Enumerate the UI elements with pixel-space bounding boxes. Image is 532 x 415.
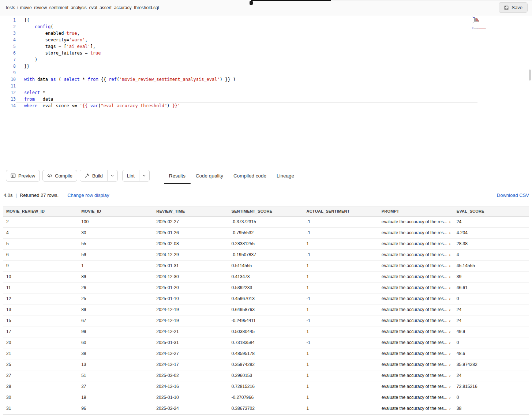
cell-prompt[interactable]: evaluate the accuracy of the res...› [379,238,454,249]
cell-eval-score: 38 [454,403,529,414]
cell-prompt[interactable]: evaluate the accuracy of the res...› [379,337,454,348]
chevron-down-icon [110,174,114,177]
code-line[interactable]: 14where eval_score <= '{{ var("eval_accu… [0,102,532,109]
cell-prompt[interactable]: evaluate the accuracy of the res...› [379,249,454,260]
download-csv-link[interactable]: Download CSV [497,192,529,198]
editor-scrollbar[interactable] [529,70,531,81]
cell-sentiment-score: 0.35974282 [228,359,303,370]
expand-chevron-icon: › [449,285,451,290]
cell-prompt[interactable]: evaluate the accuracy of the res...› [379,282,454,293]
cell-movie-id: 100 [78,216,153,227]
tab-results[interactable]: Results [164,167,191,184]
cell-eval-score: 72.815216 [454,381,529,392]
save-button[interactable]: Save [499,2,528,13]
cell-actual-sentiment: 1 [304,403,379,414]
expand-chevron-icon: › [449,406,451,411]
compile-label: Compile [55,173,72,179]
lint-button[interactable]: Lint [123,170,139,181]
cell-actual-sentiment: 1 [304,359,379,370]
tab-code-quality[interactable]: Code quality [191,167,228,184]
line-number: 4 [0,37,16,43]
cell-prompt[interactable]: evaluate the accuracy of the res...› [379,304,454,315]
cell-sentiment-score: 0.413473 [228,271,303,282]
column-header-movie-id: MOVIE_ID [78,206,153,216]
breadcrumb-folder[interactable]: tests [6,5,15,10]
code-text: {{ [16,17,29,23]
lint-dropdown-button[interactable] [139,170,149,181]
chevron-down-icon [142,174,146,177]
code-line[interactable]: 9 [0,70,532,76]
expand-chevron-icon: › [449,274,451,279]
cell-movie-review-id: 12 [3,293,78,304]
cell-prompt[interactable]: evaluate the accuracy of the res...› [379,315,454,326]
cell-review-time: 2025-01-10 [153,392,228,403]
cell-prompt[interactable]: evaluate the accuracy of the res...› [379,359,454,370]
cell-movie-review-id: 20 [3,337,78,348]
cell-prompt[interactable]: evaluate the accuracy of the res...› [379,403,454,414]
cell-prompt[interactable]: evaluate the accuracy of the res...› [379,326,454,337]
cell-movie-review-id: 31 [3,403,78,414]
build-button[interactable]: Build [80,170,107,181]
minimap-line [472,29,513,30]
cell-prompt[interactable]: evaluate the accuracy of the res...› [379,370,454,381]
code-line[interactable]: 12select * [0,89,532,96]
code-line[interactable]: 6 store_failures = true [0,50,532,56]
code-line[interactable]: 4 severity='warn', [0,37,532,43]
build-dropdown-button[interactable] [107,170,117,181]
cell-eval-score: 24 [454,304,529,315]
expand-chevron-icon: › [449,253,451,257]
cell-review-time: 2024-12-19 [153,304,228,315]
code-line[interactable]: 11 [0,83,532,89]
save-label: Save [512,5,522,10]
cell-prompt[interactable]: evaluate the accuracy of the res...› [379,348,454,359]
code-line[interactable]: 1{{ [0,17,532,23]
cell-sentiment-score: 0.48595178 [228,348,303,359]
cell-eval-score: 28.38 [454,238,529,249]
cell-movie-review-id: 27 [3,370,78,381]
cell-actual-sentiment: 1 [304,282,379,293]
prompt-text: evaluate the accuracy of the res... [382,296,447,301]
tab-lineage[interactable]: Lineage [271,167,299,184]
cell-prompt[interactable]: evaluate the accuracy of the res...› [379,216,454,227]
cell-prompt[interactable]: evaluate the accuracy of the res...› [379,381,454,392]
prompt-text: evaluate the accuracy of the res... [382,329,447,334]
cell-review-time: 2024-12-29 [153,249,228,260]
prompt-text: evaluate the accuracy of the res... [382,340,447,345]
minimap[interactable] [472,16,513,29]
top-edge-glyph [250,1,253,5]
line-number: 9 [0,70,16,76]
cell-prompt[interactable]: evaluate the accuracy of the res...› [379,392,454,403]
expand-chevron-icon: › [449,231,451,235]
results-tab-bar: ResultsCode qualityCompiled codeLineage [164,167,299,184]
cell-actual-sentiment: -1 [304,216,379,227]
code-text: }} [16,63,29,70]
code-line[interactable]: 2 config( [0,23,532,30]
cell-movie-review-id: 6 [3,249,78,260]
cell-actual-sentiment: 1 [304,348,379,359]
code-line[interactable]: 5 tags = ['ai_eval'], [0,43,532,50]
code-text: severity='warn', [16,37,87,43]
cell-movie-id: 67 [78,315,153,326]
column-header-movie-review-id: MOVIE_REVIEW_ID [3,206,78,216]
code-line[interactable]: 13from data [0,96,532,102]
cell-movie-id: 60 [78,337,153,348]
change-row-display-link[interactable]: Change row display [67,192,109,198]
cell-prompt[interactable]: evaluate the accuracy of the res...› [379,271,454,282]
cell-sentiment-score: 0.5114555 [228,260,303,271]
cell-prompt[interactable]: evaluate the accuracy of the res...› [379,293,454,304]
code-text: select * [16,89,45,96]
tab-compiled-code[interactable]: Compiled code [228,167,271,184]
code-line[interactable]: 3 enabled=true, [0,30,532,37]
compile-button[interactable]: Compile [42,170,77,182]
code-line[interactable]: 10with data as ( select * from {{ ref('m… [0,76,532,83]
cell-review-time: 2024-12-19 [153,315,228,326]
preview-icon [11,173,16,178]
code-editor[interactable]: 1{{2 config(3 enabled=true,4 severity='w… [0,15,532,167]
cell-review-time: 2025-02-27 [153,216,228,227]
cell-sentiment-score: 0.50380445 [228,326,303,337]
cell-prompt[interactable]: evaluate the accuracy of the res...› [379,260,454,271]
code-line[interactable]: 7 ) [0,56,532,63]
cell-prompt[interactable]: evaluate the accuracy of the res...› [379,227,454,238]
code-line[interactable]: 8}} [0,63,532,70]
preview-button[interactable]: Preview [6,170,40,182]
